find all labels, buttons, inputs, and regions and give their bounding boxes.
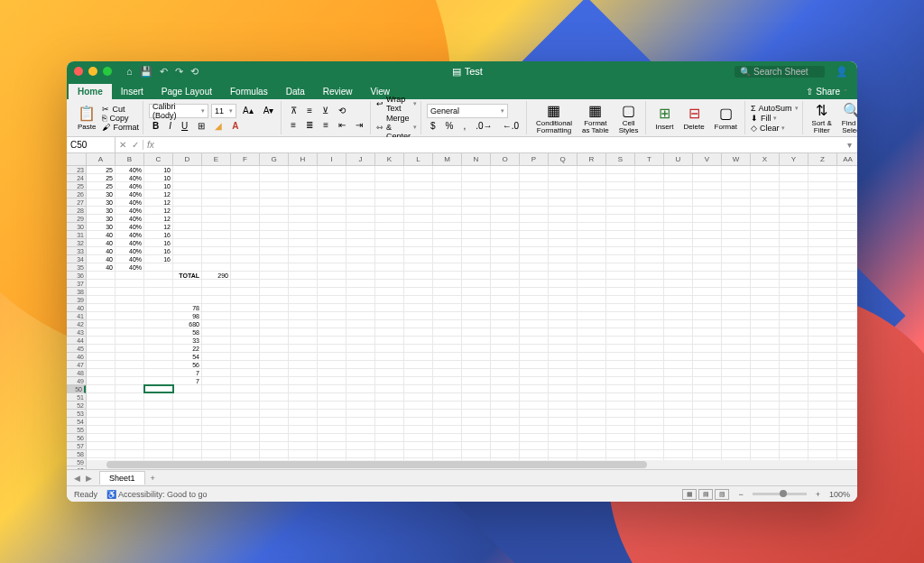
add-sheet-button[interactable]: + [145,474,161,483]
row-header[interactable]: 49 [67,377,86,385]
cell[interactable] [837,434,857,441]
cell[interactable] [231,288,260,295]
cell[interactable] [722,353,751,360]
cell[interactable] [404,312,433,319]
cell[interactable] [635,255,664,263]
cell[interactable] [231,207,260,214]
normal-view-button[interactable]: ▦ [682,489,697,500]
cell[interactable] [433,280,462,287]
cell[interactable] [116,410,144,417]
cell[interactable] [404,393,433,401]
cell[interactable] [578,263,606,271]
cell[interactable] [780,231,808,238]
cell[interactable] [693,174,722,181]
cell[interactable] [318,450,346,457]
cell[interactable] [144,369,173,376]
cell[interactable] [808,320,837,328]
row-header[interactable]: 45 [67,345,86,353]
cell[interactable] [606,223,635,230]
cell[interactable] [87,361,116,368]
cell[interactable] [433,166,462,173]
cell[interactable] [664,304,693,311]
cell[interactable] [664,393,693,401]
cell[interactable] [578,304,606,311]
column-header-V[interactable]: V [693,153,722,165]
cell[interactable] [144,401,173,409]
cell[interactable] [664,369,693,376]
cell[interactable] [289,296,318,303]
cell[interactable] [346,442,375,449]
cell[interactable] [606,166,635,173]
cell[interactable] [173,247,202,254]
cell[interactable] [549,328,578,336]
cell[interactable] [578,450,606,457]
cell[interactable] [491,223,520,230]
cell[interactable] [289,401,318,409]
cell[interactable] [635,247,664,254]
column-header-K[interactable]: K [375,153,404,165]
cell[interactable] [173,410,202,417]
cell[interactable] [144,280,173,287]
cell[interactable] [404,345,433,352]
border-button[interactable]: ⊞ [194,119,208,133]
cell[interactable] [260,385,289,392]
cell[interactable] [375,345,404,352]
cell[interactable] [318,215,346,222]
cell[interactable] [606,377,635,384]
cell[interactable] [462,207,491,214]
cell[interactable] [635,442,664,449]
column-header-Y[interactable]: Y [780,153,808,165]
cell[interactable] [404,369,433,376]
cell[interactable]: 40% [116,263,144,271]
cell[interactable] [606,182,635,189]
cell[interactable] [144,410,173,417]
cell[interactable] [549,223,578,230]
cell[interactable] [202,288,231,295]
cell[interactable] [664,312,693,319]
cell[interactable] [404,296,433,303]
cell[interactable] [780,418,808,425]
cell[interactable]: 58 [173,328,202,336]
cell[interactable] [433,434,462,441]
cell[interactable] [837,312,857,319]
cell[interactable] [520,223,549,230]
cell[interactable] [231,304,260,311]
cell[interactable] [520,182,549,189]
cell[interactable] [87,280,116,287]
cell[interactable] [346,174,375,181]
cell[interactable] [693,337,722,344]
cell[interactable] [375,377,404,384]
search-sheet-input[interactable]: 🔍 Search Sheet [735,66,825,78]
cell[interactable] [520,312,549,319]
cell[interactable] [289,247,318,254]
cell[interactable] [780,272,808,279]
cell[interactable] [231,377,260,384]
cell[interactable] [202,247,231,254]
cell[interactable] [808,418,837,425]
cell[interactable] [375,320,404,328]
cell[interactable] [433,410,462,417]
cell[interactable] [404,410,433,417]
cell[interactable] [780,174,808,181]
cell[interactable]: TOTAL [173,272,202,279]
cell[interactable] [722,377,751,384]
cell[interactable] [231,418,260,425]
conditional-formatting-button[interactable]: ▦Conditional Formatting [532,100,576,136]
cell[interactable] [664,426,693,433]
cell[interactable] [520,442,549,449]
cell[interactable] [173,174,202,181]
cell[interactable] [375,312,404,319]
cell[interactable] [837,182,857,189]
cell[interactable] [837,385,857,392]
cell[interactable] [202,393,231,401]
cell[interactable] [520,296,549,303]
cell[interactable] [202,280,231,287]
cell[interactable] [173,239,202,246]
cell[interactable]: 30 [87,207,116,214]
cell[interactable] [231,255,260,263]
cell[interactable] [664,182,693,189]
cell[interactable] [87,434,116,441]
cell[interactable] [606,328,635,336]
cell[interactable] [664,385,693,392]
cell[interactable] [433,272,462,279]
